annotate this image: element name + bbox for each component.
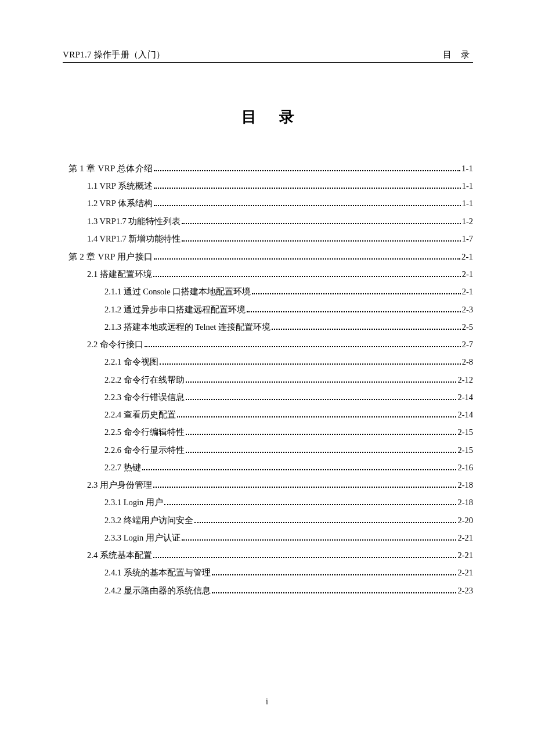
toc-entry-label: 2.4.1 系统的基本配置与管理 [104, 567, 211, 579]
toc-entry[interactable]: 2.3.3 Login 用户认证2-21 [104, 532, 473, 545]
toc-entry-page: 2-18 [457, 496, 473, 509]
toc-entry[interactable]: 2.2.4 查看历史配置2-14 [104, 409, 473, 422]
toc-leader-dots [164, 504, 457, 505]
toc-entry-page: 2-12 [457, 374, 473, 387]
toc-entry[interactable]: 2.1.1 通过 Console 口搭建本地配置环境2-1 [104, 286, 473, 298]
toc-entry[interactable]: 2.2.3 命令行错误信息2-14 [104, 391, 473, 404]
toc-leader-dots [182, 240, 460, 242]
toc-entry[interactable]: 2.2.6 命令行显示特性2-15 [104, 444, 473, 457]
toc-entry-page: 1-2 [462, 215, 473, 228]
toc-entry-page: 2-18 [457, 479, 473, 492]
toc-leader-dots [186, 452, 457, 453]
toc-entry-label: 1.2 VRP 体系结构 [87, 197, 153, 210]
toc-entry-page: 2-16 [457, 462, 473, 474]
toc-leader-dots [142, 469, 457, 470]
toc-leader-dots [247, 311, 461, 312]
toc-entry-label: 2.4 系统基本配置 [87, 549, 152, 562]
toc-entry-page: 2-1 [462, 286, 473, 298]
toc-entry[interactable]: 2.1.2 通过异步串口搭建远程配置环境2-3 [104, 304, 473, 316]
toc-entry-label: 2.1.1 通过 Console 口搭建本地配置环境 [104, 286, 251, 298]
toc-entry[interactable]: 第 1 章 VRP 总体介绍1-1 [68, 162, 473, 175]
toc-entry-page: 2-14 [457, 391, 473, 404]
toc-leader-dots [212, 574, 457, 575]
toc-leader-dots [153, 487, 457, 488]
toc-entry-label: 2.3.1 Login 用户 [104, 496, 163, 509]
toc-entry-label: 2.2 命令行接口 [87, 339, 143, 351]
toc-entry-label: 第 1 章 VRP 总体介绍 [68, 162, 153, 175]
toc-leader-dots [145, 346, 461, 347]
toc-entry-page: 2-21 [457, 567, 473, 579]
toc-leader-dots [186, 434, 457, 435]
toc-entry[interactable]: 2.2.1 命令视图2-8 [104, 356, 473, 369]
toc-entry-label: 2.2.1 命令视图 [104, 356, 158, 369]
toc-entry[interactable]: 2.3 用户身份管理2-18 [87, 479, 473, 492]
page-number: i [0, 697, 534, 707]
toc-entry[interactable]: 2.3.1 Login 用户2-18 [104, 496, 473, 509]
table-of-contents: 第 1 章 VRP 总体介绍1-11.1 VRP 系统概述1-11.2 VRP … [63, 162, 473, 597]
toc-entry-page: 2-7 [462, 339, 473, 351]
toc-entry-page: 2-15 [457, 444, 473, 457]
toc-entry[interactable]: 2.4 系统基本配置2-21 [87, 549, 473, 562]
toc-entry-label: 2.3 用户身份管理 [87, 479, 152, 492]
toc-entry-page: 2-21 [457, 549, 473, 562]
toc-entry-page: 2-5 [462, 321, 473, 334]
toc-entry-label: 1.3 VRP1.7 功能特性列表 [87, 215, 181, 228]
toc-entry-label: 第 2 章 VRP 用户接口 [68, 250, 153, 264]
toc-leader-dots [154, 188, 461, 189]
toc-entry-page: 2-8 [462, 356, 473, 369]
toc-leader-dots [194, 522, 457, 523]
toc-entry[interactable]: 1.2 VRP 体系结构1-1 [87, 197, 473, 210]
toc-leader-dots [153, 276, 461, 277]
toc-entry-page: 1-1 [461, 162, 473, 175]
toc-title: 目 录 [63, 107, 473, 127]
toc-entry-label: 2.1.2 通过异步串口搭建远程配置环境 [104, 304, 246, 316]
toc-entry[interactable]: 第 2 章 VRP 用户接口2-1 [68, 250, 473, 264]
toc-entry[interactable]: 2.2.5 命令行编辑特性2-15 [104, 426, 473, 439]
toc-leader-dots [186, 399, 457, 400]
toc-entry-label: 2.3.3 Login 用户认证 [104, 532, 181, 545]
toc-leader-dots [186, 381, 457, 383]
toc-entry[interactable]: 2.2.7 热键2-16 [104, 462, 473, 474]
toc-entry[interactable]: 1.4 VRP1.7 新增功能特性1-7 [87, 233, 473, 246]
toc-entry[interactable]: 1.3 VRP1.7 功能特性列表1-2 [87, 215, 473, 228]
toc-leader-dots [154, 170, 460, 171]
toc-entry[interactable]: 2.4.1 系统的基本配置与管理2-21 [104, 567, 473, 579]
toc-entry[interactable]: 2.2.2 命令行在线帮助2-12 [104, 374, 473, 387]
toc-entry-label: 2.4.2 显示路由器的系统信息 [104, 585, 211, 597]
page-header: VRP1.7 操作手册（入门） 目 录 [63, 49, 473, 63]
toc-leader-dots [182, 223, 460, 224]
toc-entry-page: 1-7 [462, 233, 473, 246]
toc-entry-label: 2.2.2 命令行在线帮助 [104, 374, 185, 387]
toc-entry-page: 2-3 [462, 304, 473, 316]
toc-entry[interactable]: 1.1 VRP 系统概述1-1 [87, 180, 473, 193]
toc-entry[interactable]: 2.1 搭建配置环境2-1 [87, 268, 473, 281]
toc-entry-page: 2-15 [457, 426, 473, 439]
toc-leader-dots [177, 416, 457, 417]
toc-leader-dots [182, 539, 457, 541]
toc-entry[interactable]: 2.2 命令行接口2-7 [87, 339, 473, 351]
toc-entry[interactable]: 2.4.2 显示路由器的系统信息2-23 [104, 585, 473, 597]
toc-leader-dots [154, 205, 461, 206]
toc-entry-label: 2.2.6 命令行显示特性 [104, 444, 185, 457]
toc-entry-label: 2.2.5 命令行编辑特性 [104, 426, 185, 439]
header-left-text: VRP1.7 操作手册（入门） [63, 49, 165, 60]
toc-entry-page: 2-20 [457, 514, 473, 527]
toc-entry[interactable]: 2.1.3 搭建本地或远程的 Telnet 连接配置环境2-5 [104, 321, 473, 334]
toc-leader-dots [160, 363, 461, 365]
toc-entry-label: 1.4 VRP1.7 新增功能特性 [87, 233, 181, 246]
toc-entry[interactable]: 2.3.2 终端用户访问安全2-20 [104, 514, 473, 527]
toc-entry-page: 2-1 [461, 250, 473, 264]
toc-leader-dots [212, 592, 457, 593]
toc-entry-label: 2.2.4 查看历史配置 [104, 409, 176, 422]
toc-entry-label: 2.1 搭建配置环境 [87, 268, 152, 281]
toc-leader-dots [154, 258, 460, 260]
toc-entry-page: 2-21 [457, 532, 473, 545]
toc-entry-page: 1-1 [462, 197, 473, 210]
toc-entry-page: 1-1 [462, 180, 473, 193]
toc-entry-page: 2-23 [457, 585, 473, 597]
document-page: VRP1.7 操作手册（入门） 目 录 目 录 第 1 章 VRP 总体介绍1-… [0, 0, 534, 597]
toc-entry-label: 2.1.3 搭建本地或远程的 Telnet 连接配置环境 [104, 321, 270, 334]
toc-leader-dots [272, 329, 461, 330]
toc-leader-dots [252, 293, 460, 294]
toc-entry-label: 2.3.2 终端用户访问安全 [104, 514, 193, 527]
